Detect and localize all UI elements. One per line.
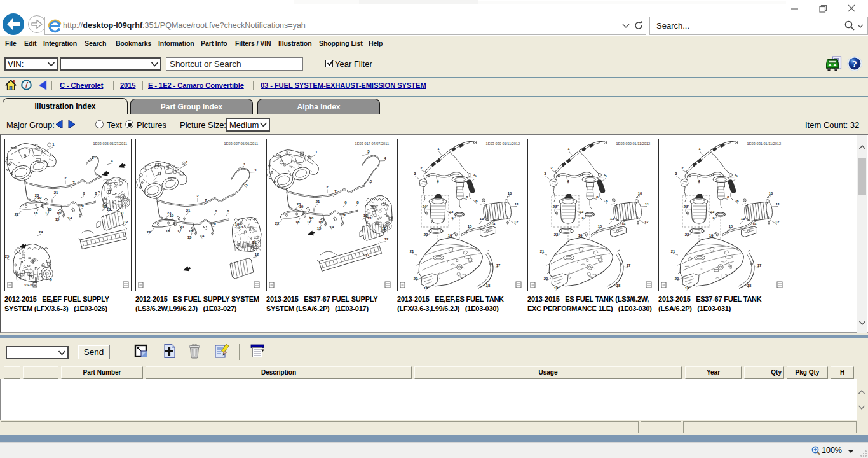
svg-text:14: 14 bbox=[491, 222, 496, 226]
svg-text:8: 8 bbox=[227, 209, 229, 213]
svg-text:5: 5 bbox=[245, 183, 248, 187]
svg-text:10: 10 bbox=[769, 191, 773, 195]
svg-text:20: 20 bbox=[180, 225, 184, 229]
svg-text:12: 12 bbox=[775, 220, 780, 224]
svg-text:24: 24 bbox=[684, 205, 688, 209]
svg-text:22: 22 bbox=[15, 212, 19, 216]
svg-text:12: 12 bbox=[255, 253, 259, 256]
svg-text:8: 8 bbox=[596, 195, 599, 199]
svg-text:15: 15 bbox=[468, 225, 472, 228]
svg-text:6: 6 bbox=[83, 191, 85, 195]
svg-text:1: 1 bbox=[437, 147, 440, 151]
svg-text:16: 16 bbox=[57, 211, 61, 215]
svg-text:17: 17 bbox=[757, 263, 762, 267]
svg-text:1E03-030 01/11/2012: 1E03-030 01/11/2012 bbox=[486, 142, 520, 146]
svg-text:1: 1 bbox=[698, 147, 701, 151]
svg-text:8: 8 bbox=[466, 195, 468, 199]
svg-text:22: 22 bbox=[685, 233, 689, 237]
svg-text:25: 25 bbox=[5, 254, 10, 258]
svg-text:9: 9 bbox=[343, 213, 346, 217]
svg-text:22: 22 bbox=[554, 233, 559, 237]
svg-text:3: 3 bbox=[414, 172, 416, 176]
svg-text:23: 23 bbox=[167, 211, 172, 215]
svg-text:19: 19 bbox=[554, 286, 559, 290]
svg-text:9: 9 bbox=[712, 216, 715, 220]
svg-text:11: 11 bbox=[252, 240, 257, 244]
svg-text:15: 15 bbox=[598, 225, 602, 228]
svg-text:15: 15 bbox=[55, 218, 60, 221]
svg-text:13: 13 bbox=[107, 207, 111, 211]
svg-text:21: 21 bbox=[54, 191, 58, 195]
svg-text:21: 21 bbox=[671, 249, 675, 253]
svg-text:16: 16 bbox=[189, 229, 193, 233]
svg-text:12: 12 bbox=[514, 220, 519, 224]
svg-text:18: 18 bbox=[166, 229, 170, 233]
svg-text:1E03-031 01/11/2012: 1E03-031 01/11/2012 bbox=[747, 142, 781, 146]
svg-text:20: 20 bbox=[544, 277, 548, 281]
svg-text:17: 17 bbox=[45, 211, 50, 215]
svg-text:4: 4 bbox=[698, 179, 700, 183]
svg-text:22: 22 bbox=[147, 230, 151, 234]
svg-text:14: 14 bbox=[621, 222, 626, 226]
svg-text:2: 2 bbox=[681, 166, 684, 170]
svg-text:18: 18 bbox=[295, 220, 300, 224]
svg-text:13: 13 bbox=[741, 217, 745, 221]
svg-text:6: 6 bbox=[50, 277, 52, 281]
svg-text:5: 5 bbox=[370, 179, 372, 183]
svg-text:17: 17 bbox=[177, 229, 182, 233]
svg-text:21: 21 bbox=[186, 209, 191, 212]
svg-text:14: 14 bbox=[330, 225, 334, 229]
svg-text:5: 5 bbox=[474, 174, 477, 178]
svg-text:1E03-030 01/11/2012: 1E03-030 01/11/2012 bbox=[616, 142, 650, 146]
svg-text:17: 17 bbox=[496, 263, 501, 267]
svg-text:18: 18 bbox=[747, 284, 752, 288]
svg-text:14: 14 bbox=[200, 234, 205, 238]
svg-text:4: 4 bbox=[111, 159, 113, 163]
svg-text:5: 5 bbox=[735, 174, 738, 178]
svg-text:23: 23 bbox=[580, 210, 584, 214]
svg-text:18: 18 bbox=[486, 284, 491, 288]
svg-text:11: 11 bbox=[382, 226, 386, 230]
svg-text:20: 20 bbox=[48, 207, 52, 211]
svg-text:1: 1 bbox=[52, 142, 55, 146]
svg-text:2: 2 bbox=[64, 176, 67, 180]
svg-text:16: 16 bbox=[709, 233, 714, 237]
svg-text:22: 22 bbox=[275, 221, 280, 225]
svg-text:1: 1 bbox=[315, 150, 318, 154]
svg-text:5: 5 bbox=[98, 190, 100, 194]
svg-text:13: 13 bbox=[610, 217, 614, 221]
svg-text:20: 20 bbox=[414, 277, 418, 281]
svg-text:A: A bbox=[34, 283, 36, 287]
svg-text:19: 19 bbox=[685, 286, 689, 290]
svg-text:23: 23 bbox=[710, 210, 715, 214]
svg-text:14: 14 bbox=[68, 216, 72, 220]
svg-text:12: 12 bbox=[124, 220, 128, 224]
svg-text:9: 9 bbox=[214, 222, 216, 226]
svg-text:6: 6 bbox=[344, 200, 347, 204]
svg-text:17: 17 bbox=[365, 253, 370, 257]
svg-text:14: 14 bbox=[752, 222, 757, 226]
svg-text:8: 8 bbox=[356, 200, 359, 204]
svg-text:21: 21 bbox=[540, 249, 545, 253]
svg-text:18: 18 bbox=[34, 211, 38, 215]
svg-text:1E03-027 06/06/2011: 1E03-027 06/06/2011 bbox=[224, 142, 258, 146]
svg-text:21: 21 bbox=[410, 249, 414, 253]
svg-text:6: 6 bbox=[736, 199, 739, 203]
svg-text:?: ? bbox=[852, 59, 857, 69]
svg-text:16: 16 bbox=[578, 233, 583, 237]
svg-text:24: 24 bbox=[553, 205, 557, 209]
svg-text:2: 2 bbox=[420, 166, 423, 170]
svg-text:12: 12 bbox=[384, 237, 389, 241]
svg-text:1: 1 bbox=[567, 147, 570, 151]
svg-text:13: 13 bbox=[480, 217, 484, 221]
svg-text:15: 15 bbox=[729, 225, 733, 228]
svg-text:VIEW: VIEW bbox=[24, 283, 34, 287]
svg-text:23: 23 bbox=[35, 193, 39, 197]
svg-text:11: 11 bbox=[645, 202, 649, 206]
svg-text:21: 21 bbox=[316, 200, 320, 204]
svg-text:2: 2 bbox=[550, 166, 553, 170]
svg-text:11: 11 bbox=[776, 202, 780, 206]
svg-text:1E03-017 04/07/2011: 1E03-017 04/07/2011 bbox=[355, 142, 389, 146]
svg-text:9: 9 bbox=[81, 204, 84, 208]
svg-text:15: 15 bbox=[317, 226, 322, 230]
